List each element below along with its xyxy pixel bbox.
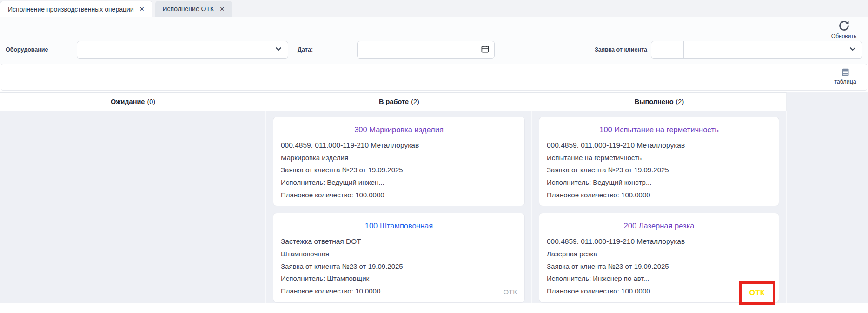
card-operation: Маркировка изделия	[281, 152, 517, 164]
app-root: Исполнение производственных операций ✕ И…	[0, 0, 868, 313]
table-icon	[828, 67, 862, 77]
filter-row: Оборудование Дата: Заявка от	[0, 40, 868, 59]
date-label: Дата:	[298, 46, 313, 53]
tab-production-operations[interactable]: Исполнение производственных операций ✕	[0, 1, 152, 17]
card-product: Застежка ответная DOT	[281, 235, 517, 248]
close-icon[interactable]: ✕	[139, 6, 145, 13]
card-product: 000.4859. 011.000-119-210 Металлорукав	[547, 235, 771, 248]
otk-label: ОТК	[503, 288, 517, 296]
card-request: Заявка от клиента №23 от 19.09.2025	[547, 164, 771, 176]
kanban-board: 300 Маркировка изделия000.4859. 011.000-…	[0, 111, 868, 303]
client-request-select[interactable]	[651, 41, 862, 59]
kanban-card[interactable]: 300 Маркировка изделия000.4859. 011.000-…	[273, 117, 525, 206]
card-quantity: Плановое количество: 100.0000	[547, 189, 771, 202]
board-header: Ожидание (0) В работе (2) Выполнено (2)	[0, 92, 868, 111]
client-request-label: Заявка от клиента	[595, 46, 647, 53]
chevron-down-icon[interactable]	[275, 45, 282, 54]
card-executor: Исполнитель: Штамповщик	[281, 273, 517, 285]
card-operation: Испытание на герметичность	[547, 152, 771, 164]
card-request: Заявка от клиента №23 от 19.09.2025	[281, 261, 517, 273]
card-quantity: Плановое количество: 100.0000	[281, 189, 517, 202]
kanban-card[interactable]: 100 ШтамповочнаяЗастежка ответная DOTШта…	[273, 213, 525, 302]
card-title-link[interactable]: 200 Лазерная резка	[547, 222, 771, 230]
client-request-code-input[interactable]	[651, 41, 684, 58]
refresh-label: Обновить	[831, 33, 856, 39]
kanban-card[interactable]: 200 Лазерная резка000.4859. 011.000-119-…	[539, 213, 779, 302]
board-filler	[787, 111, 868, 303]
kanban-card[interactable]: 100 Испытание на герметичность000.4859. …	[539, 117, 779, 206]
chevron-down-icon[interactable]	[849, 45, 856, 54]
column-title: В работе	[379, 98, 409, 105]
column-done: 100 Испытание на герметичность000.4859. …	[532, 111, 787, 303]
card-title-link[interactable]: 100 Испытание на герметичность	[547, 125, 771, 134]
column-header-filler	[787, 92, 868, 111]
board-toolbar: таблица	[1, 64, 867, 91]
date-input[interactable]	[357, 41, 495, 59]
table-view-button[interactable]: таблица	[828, 67, 862, 85]
card-title-link[interactable]: 100 Штамповочная	[281, 222, 517, 230]
refresh-button[interactable]: Обновить	[826, 20, 861, 40]
table-label: таблица	[834, 78, 856, 85]
card-request: Заявка от клиента №23 от 19.09.2025	[547, 261, 771, 273]
column-title: Ожидание	[111, 98, 145, 105]
column-header-waiting: Ожидание (0)	[0, 92, 266, 111]
bottom-strip	[0, 303, 868, 313]
column-waiting	[0, 111, 266, 303]
card-executor: Исполнитель: Ведущий констр...	[547, 176, 771, 189]
equipment-code-input[interactable]	[77, 41, 103, 58]
card-quantity: Плановое количество: 10.0000	[281, 285, 517, 298]
column-title: Выполнено	[635, 98, 674, 105]
refresh-icon	[826, 20, 861, 32]
column-in-progress: 300 Маркировка изделия000.4859. 011.000-…	[266, 111, 532, 303]
equipment-select[interactable]	[77, 41, 288, 59]
card-executor: Исполнитель: Ведущий инжен...	[281, 176, 517, 189]
column-count: (2)	[411, 98, 419, 105]
tab-bar: Исполнение производственных операций ✕ И…	[0, 0, 868, 17]
card-title-link[interactable]: 300 Маркировка изделия	[281, 125, 517, 134]
column-count: (2)	[676, 98, 684, 105]
card-product: 000.4859. 011.000-119-210 Металлорукав	[547, 139, 771, 152]
card-request: Заявка от клиента №23 от 19.09.2025	[281, 164, 517, 176]
close-icon[interactable]: ✕	[219, 6, 225, 13]
column-header-done: Выполнено (2)	[532, 92, 787, 111]
column-count: (0)	[147, 98, 155, 105]
tab-label: Исполнение производственных операций	[8, 6, 134, 13]
card-product: 000.4859. 011.000-119-210 Металлорукав	[281, 139, 517, 152]
column-header-in-progress: В работе (2)	[266, 92, 532, 111]
tab-otk[interactable]: Исполнение ОТК ✕	[155, 1, 232, 17]
card-quantity: Плановое количество: 100.0000	[547, 285, 771, 298]
card-executor: Исполнитель: Инженер по авт...	[547, 273, 771, 285]
equipment-label: Оборудование	[6, 46, 61, 53]
top-section: Обновить Оборудование Дата:	[0, 17, 868, 64]
tab-label: Исполнение ОТК	[163, 5, 214, 13]
calendar-icon[interactable]	[481, 45, 490, 55]
card-operation: Штамповочная	[281, 248, 517, 261]
card-operation: Лазерная резка	[547, 248, 771, 261]
otk-badge-highlighted[interactable]: ОТК	[739, 281, 775, 305]
